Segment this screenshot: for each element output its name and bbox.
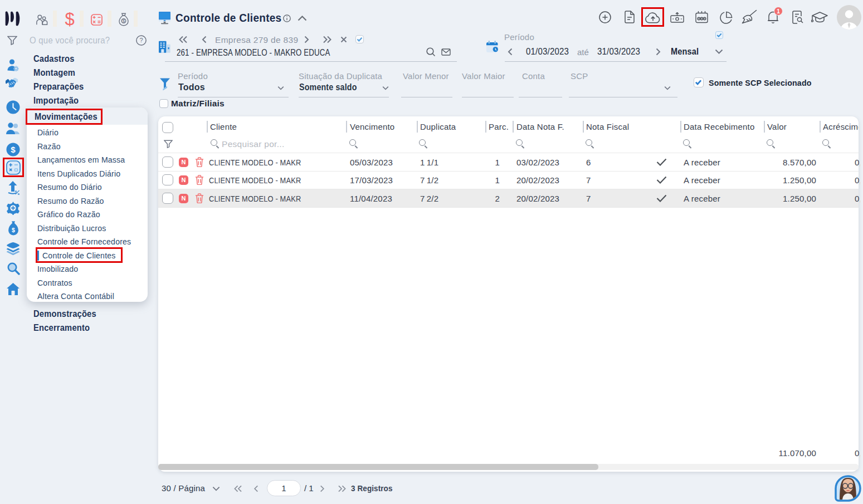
- svg-text:$: $: [12, 227, 15, 233]
- svg-text:$: $: [11, 145, 16, 154]
- svg-text:?: ?: [139, 37, 143, 43]
- svg-text:$: $: [123, 18, 125, 23]
